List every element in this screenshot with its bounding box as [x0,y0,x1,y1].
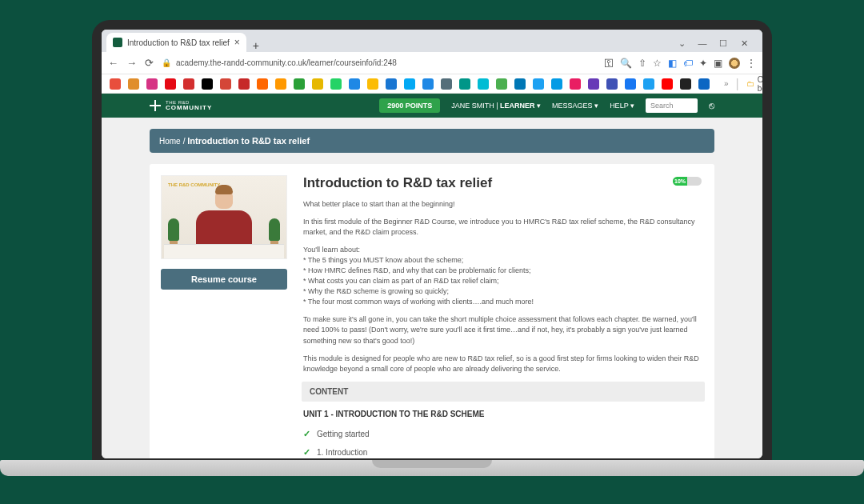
back-icon[interactable]: ← [108,57,118,69]
bookmark-icon[interactable] [202,78,213,90]
bookmark-icon[interactable] [404,78,415,90]
bookmark-icon[interactable] [643,78,654,90]
bookmark-icon[interactable] [275,78,286,90]
bookmark-icon[interactable] [514,78,526,90]
unit-title: UNIT 1 - INTRODUCTION TO THE R&D SCHEME [303,410,703,418]
lesson-row[interactable]: ✓ 1. Introduction [303,443,703,458]
bookmark-icon[interactable] [386,78,397,90]
check-icon: ✓ [303,429,310,439]
plant-icon [166,215,181,247]
other-bookmarks-button[interactable]: 🗀 Other bookmarks [746,75,762,93]
minimize-icon[interactable]: — [697,38,708,49]
folder-icon: 🗀 [746,79,754,88]
chevron-down-icon: ▾ [537,102,541,110]
page-content: Home / Introduction to R&D tax relief 10… [102,118,762,458]
menu-icon[interactable]: ⋮ [746,58,756,69]
laptop-notch [372,460,492,468]
new-tab-button[interactable]: + [246,39,266,52]
bookmark-icon[interactable] [551,78,562,90]
site-search-input[interactable]: Search [646,98,698,113]
bookmark-icon[interactable] [165,78,176,90]
bookmark-icon[interactable] [680,78,691,90]
page-body: THE R&D COMMUNITY 2900 POINTS JANE SMITH… [102,94,762,458]
browser-tab[interactable]: Introduction to R&D tax relief × [106,33,246,52]
chevron-down-icon: ▾ [630,102,634,110]
course-description: What better place to start than at the b… [303,199,703,374]
bookmark-icon[interactable] [220,78,231,90]
bookmark-icon[interactable] [459,78,470,90]
bookmark-icon[interactable] [662,78,673,90]
bookmark-icon[interactable] [441,78,452,90]
bookmarks-overflow-icon[interactable]: » [724,79,729,88]
chevron-down-icon: ▾ [594,102,598,110]
close-tab-icon[interactable]: × [234,37,240,48]
bookmark-icon[interactable] [698,78,710,90]
bookmark-icon[interactable] [478,78,489,90]
bookmark-icon[interactable] [570,78,581,90]
breadcrumb: Home / Introduction to R&D tax relief [150,129,714,153]
user-menu[interactable]: JANE SMITH | LEARNER ▾ [451,102,541,110]
breadcrumb-home[interactable]: Home [159,137,181,146]
plant-icon [267,215,282,247]
progress-value: 10% [673,177,687,186]
points-badge[interactable]: 2900 POINTS [379,98,440,113]
bookmark-icon[interactable] [183,78,194,90]
browser-window: Introduction to R&D tax relief × + ⌄ — ☐… [102,30,762,458]
browser-tabbar: Introduction to R&D tax relief × + ⌄ — ☐… [102,30,762,52]
bookmark-icon[interactable] [349,78,360,90]
browser-address-bar: ← → ⟳ 🔒 academy.the-randd-community.co.u… [102,52,762,74]
window-controls: ⌄ — ☐ ✕ [676,38,758,52]
bookmark-icon[interactable] [588,78,599,90]
site-topbar: THE R&D COMMUNITY 2900 POINTS JANE SMITH… [102,94,762,118]
site-logo[interactable]: THE R&D COMMUNITY [150,100,212,111]
close-window-icon[interactable]: ✕ [738,38,750,49]
bookmark-icon[interactable] [312,78,323,90]
ext3-icon[interactable]: ▣ [714,58,722,69]
star-icon[interactable]: ☆ [653,58,662,69]
reload-icon[interactable]: ⟳ [145,57,154,69]
bookmark-icon[interactable] [238,78,250,90]
bookmark-icon[interactable] [533,78,544,90]
bookmark-icon[interactable] [330,78,342,90]
breadcrumb-current: Introduction to R&D tax relief [187,136,310,146]
bookmark-icon[interactable] [422,78,434,90]
bookmark-icon[interactable] [496,78,507,90]
url-text: academy.the-randd-community.co.uk/learne… [176,58,397,67]
course-thumbnail: THE R&D COMMUNITY [161,175,287,259]
content-section-header: CONTENT [302,382,705,402]
bookmark-icon[interactable] [625,78,636,90]
logout-icon[interactable]: ⎋ [709,100,714,111]
bookmark-icon[interactable] [128,78,139,90]
lesson-row[interactable]: ✓ Getting started [303,425,703,443]
progress-bar: 10% [673,177,702,186]
bookmark-icon[interactable] [146,78,158,90]
bookmark-icon[interactable] [257,78,268,90]
thumb-brand-text: THE R&D COMMUNITY [168,182,220,187]
bookmarks-bar: » | 🗀 Other bookmarks [102,74,762,94]
ext1-icon[interactable]: ◧ [668,58,677,69]
course-card: 10% THE R&D COMMUNITY [150,164,714,458]
extensions-icon[interactable]: ✦ [699,58,707,69]
course-title: Introduction to R&D tax relief [303,175,703,191]
address-bar-actions: ⚿ 🔍 ⇧ ☆ ◧ 🏷 ✦ ▣ ⋮ [604,58,756,69]
share-icon[interactable]: ⇧ [638,58,646,69]
bookmark-icon[interactable] [110,78,121,90]
bookmark-icon[interactable] [294,78,305,90]
key-icon[interactable]: ⚿ [604,58,614,69]
chevron-down-icon[interactable]: ⌄ [676,38,687,49]
forward-icon[interactable]: → [126,57,137,69]
lock-icon: 🔒 [162,58,171,67]
help-menu[interactable]: HELP ▾ [610,102,634,110]
zoom-icon[interactable]: 🔍 [620,58,632,69]
favicon-icon [113,38,122,47]
laptop-frame: Introduction to R&D tax relief × + ⌄ — ☐… [92,20,772,468]
bookmark-icon[interactable] [367,78,378,90]
maximize-icon[interactable]: ☐ [718,38,729,49]
profile-avatar-icon[interactable] [729,58,740,69]
messages-menu[interactable]: MESSAGES ▾ [552,102,598,110]
plus-logo-icon [150,100,161,111]
ext2-icon[interactable]: 🏷 [683,58,693,69]
resume-course-button[interactable]: Resume course [161,269,287,290]
url-input[interactable]: 🔒 academy.the-randd-community.co.uk/lear… [162,58,596,67]
bookmark-icon[interactable] [606,78,618,90]
